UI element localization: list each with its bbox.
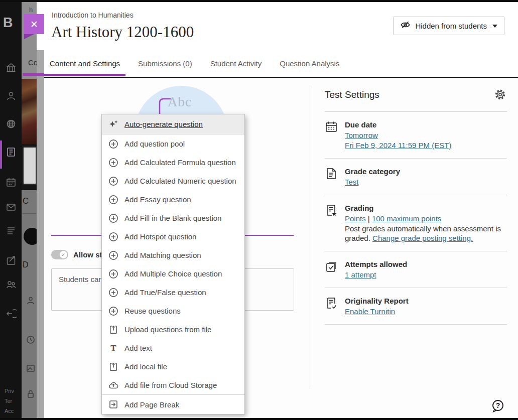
courses-icon[interactable]: [6, 147, 17, 158]
due-date-label: Due date: [345, 120, 451, 129]
attempts-label: Attempts allowed: [345, 259, 407, 269]
tab-submissions[interactable]: Submissions (0): [133, 50, 198, 77]
document-star-icon: [325, 203, 338, 243]
underlay-device-image: [23, 147, 37, 185]
settings-title: Test Settings: [325, 89, 379, 100]
svg-text:?: ?: [496, 401, 500, 409]
attempts-section: Attempts allowed 1 attempt: [325, 251, 507, 288]
underlay-breadcrumb-fragment: h: [29, 6, 33, 14]
profile-icon[interactable]: [6, 90, 17, 101]
grading-separator: |: [366, 214, 372, 223]
menu-item-page-break[interactable]: Add Page Break: [102, 394, 244, 414]
app-window: B Priv Ter Acc h Co C D: [0, 0, 518, 420]
menu-item-cloud-storage[interactable]: Add file from Cloud Storage: [102, 376, 244, 394]
menu-item-fill-in-blank[interactable]: Add Fill in the Blank question: [102, 209, 244, 227]
grading-points-link[interactable]: Points: [345, 214, 366, 223]
plus-circle-icon: [108, 232, 118, 242]
activity-icon[interactable]: [6, 255, 17, 266]
menu-item-add-local-file[interactable]: Add local file: [102, 357, 244, 376]
help-button[interactable]: ?: [491, 399, 505, 413]
tab-bar: Content and Settings Submissions (0) Stu…: [44, 50, 518, 77]
menu-item-reuse-questions[interactable]: Reuse questions: [102, 302, 244, 320]
dim-image-icon: [26, 363, 36, 373]
globe-icon[interactable]: [6, 118, 17, 129]
attempts-check-icon: [325, 259, 338, 279]
messages-icon[interactable]: [6, 202, 17, 213]
tab-student-activity[interactable]: Student Activity: [205, 50, 268, 77]
allow-access-toggle[interactable]: ✓: [51, 250, 68, 259]
dim-clock-icon: [26, 335, 36, 345]
due-date-section: Due date Tomorrow Fri Feb 9, 2024 11:59 …: [325, 112, 507, 159]
underlay-divider: [23, 213, 37, 214]
background-panel-strip: h Co C D: [22, 2, 37, 418]
visibility-dropdown-button[interactable]: Hidden from students: [393, 17, 504, 35]
panel-header: Introduction to Humanities Art History 1…: [37, 2, 518, 50]
menu-item-auto-generate[interactable]: Auto-generate question: [102, 114, 244, 134]
directory-icon[interactable]: [6, 279, 17, 290]
menu-item-calculated-formula[interactable]: Add Calculated Formula question: [102, 153, 244, 172]
breadcrumb: Introduction to Humanities: [52, 11, 134, 19]
calendar-icon: [325, 119, 338, 150]
close-panel-button[interactable]: ✕: [24, 14, 44, 34]
plus-circle-icon: [108, 250, 118, 260]
attempts-link[interactable]: 1 attempt: [345, 270, 376, 279]
grading-label: Grading: [345, 203, 507, 213]
terms-link[interactable]: Ter: [5, 396, 12, 406]
originality-label: Originality Report: [345, 296, 409, 306]
due-date-relative-link[interactable]: Tomorrow: [345, 131, 378, 139]
menu-item-multiple-choice[interactable]: Add Multiple Choice question: [102, 264, 244, 283]
menu-item-matching[interactable]: Add Matching question: [102, 246, 244, 264]
originality-section: Originality Report Enable Turnitin: [325, 288, 507, 325]
test-settings-panel: Test Settings Due date Tomorrow Fri Feb …: [325, 88, 507, 325]
grade-category-section: Grade category Test: [325, 159, 507, 195]
eye-slash-icon: [400, 20, 411, 32]
plus-circle-icon: [108, 288, 118, 298]
blackboard-logo: B: [3, 15, 13, 31]
menu-item-true-false[interactable]: Add True/False question: [102, 283, 244, 302]
underlay-lower-panel: C D: [22, 190, 37, 418]
enable-turnitin-link[interactable]: Enable Turnitin: [345, 307, 395, 316]
plus-circle-icon: [108, 195, 118, 205]
base-navigation-sidebar: B Priv Ter Acc: [0, 2, 22, 418]
menu-item-essay[interactable]: Add Essay question: [102, 190, 244, 209]
visibility-label: Hidden from students: [415, 22, 487, 30]
tab-question-analysis[interactable]: Question Analysis: [274, 50, 345, 77]
background-panel-edge: [37, 50, 44, 418]
sparkle-icon: [108, 119, 118, 129]
settings-header: Test Settings: [325, 88, 507, 112]
page-title: Art History 1200-1600: [51, 23, 194, 41]
underlay-top-fragment: h Co: [22, 2, 37, 79]
upload-file-icon: [108, 362, 118, 372]
privacy-link[interactable]: Priv: [5, 386, 14, 396]
tab-content-and-settings[interactable]: Content and Settings: [44, 50, 125, 77]
plus-circle-icon: [108, 269, 118, 279]
grade-posting-setting-link[interactable]: Change grade posting setting.: [372, 234, 473, 242]
grade-category-link[interactable]: Test: [345, 178, 359, 186]
gear-icon[interactable]: [493, 88, 507, 101]
plus-circle-icon: [108, 158, 118, 168]
upload-file-icon: [108, 325, 118, 335]
menu-item-question-pool[interactable]: Add question pool: [102, 134, 244, 153]
menu-item-add-text[interactable]: TAdd text: [102, 339, 244, 357]
menu-item-hotspot[interactable]: Add Hotspot question: [102, 227, 244, 246]
close-icon: ✕: [24, 14, 44, 34]
dim-person-icon: [26, 296, 36, 306]
calendar-nav-icon[interactable]: [6, 177, 17, 188]
page-break-icon: [108, 399, 118, 409]
plus-circle-icon: [108, 213, 118, 223]
text-icon: T: [108, 343, 118, 353]
sign-out-icon[interactable]: [6, 308, 17, 319]
grading-max-points-link[interactable]: 100 maximum points: [372, 214, 441, 223]
course-banner-artwork: [22, 79, 37, 144]
plus-circle-icon: [108, 176, 118, 186]
menu-item-calculated-numeric[interactable]: Add Calculated Numeric question: [102, 172, 244, 190]
toggle-check-icon: ✓: [60, 251, 67, 258]
grades-icon[interactable]: [6, 226, 17, 237]
institution-icon[interactable]: [6, 62, 17, 73]
underlay-heading-fragment-2: D: [23, 260, 29, 269]
plus-circle-icon: [108, 139, 118, 149]
document-check-icon: [325, 296, 338, 316]
accessibility-link[interactable]: Acc: [5, 406, 14, 416]
menu-item-upload-questions[interactable]: Upload questions from file: [102, 320, 244, 339]
due-date-full-link[interactable]: Fri Feb 9, 2024 11:59 PM (EST): [345, 141, 451, 150]
